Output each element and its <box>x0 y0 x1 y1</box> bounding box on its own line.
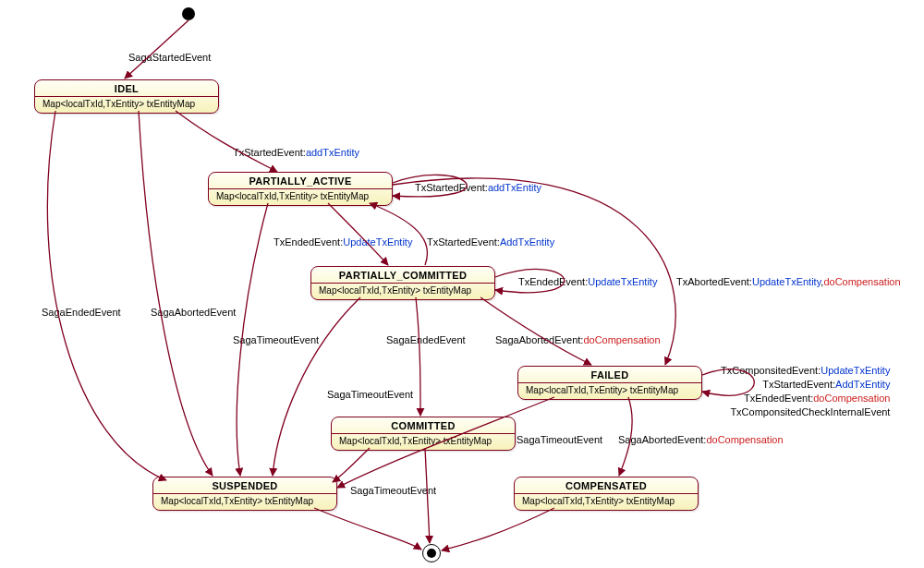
state-title: PARTIALLY_COMMITTED <box>311 267 494 283</box>
state-partially-active: PARTIALLY_ACTIVE Map<localTxId,TxEntity>… <box>208 172 393 206</box>
label-sagaended-left: SagaEndedEvent <box>42 306 121 320</box>
label-saga-started: SagaStartedEvent <box>128 51 211 65</box>
state-title: COMPENSATED <box>515 477 698 493</box>
label-txended-update-self: TxEndedEvent:UpdateTxEntity <box>518 275 657 289</box>
label-txstarted-addcap: TxStartedEvent:AddTxEntity <box>427 236 554 249</box>
state-body: Map<localTxId,TxEntity> txEntityMap <box>518 383 701 399</box>
initial-state <box>182 7 195 20</box>
state-body: Map<localTxId,TxEntity> txEntityMap <box>153 494 336 510</box>
label-txended-update: TxEndedEvent:UpdateTxEntity <box>274 236 412 249</box>
label-txaborted: TxAbortedEvent:UpdateTxEntity,doCompensa… <box>676 275 901 289</box>
state-title: SUSPENDED <box>153 477 336 493</box>
state-body: Map<localTxId,TxEntity> txEntityMap <box>515 494 698 510</box>
state-body: Map<localTxId,TxEntity> txEntityMap <box>311 284 494 299</box>
final-state-inner <box>427 549 436 558</box>
label-txstarted-add-self: TxStartedEvent:addTxEntity <box>415 181 541 195</box>
state-body: Map<localTxId,TxEntity> txEntityMap <box>35 97 218 113</box>
state-committed: COMMITTED Map<localTxId,TxEntity> txEnti… <box>331 417 516 451</box>
label-sagatimeout-1: SagaTimeoutEvent <box>233 333 319 347</box>
state-suspended: SUSPENDED Map<localTxId,TxEntity> txEnti… <box>152 477 337 511</box>
label-sagaaborted-do-2: SagaAbortedEvent:doCompensation <box>618 433 784 447</box>
label-sagaaborted-do: SagaAbortedEvent:doCompensation <box>495 333 661 347</box>
label-sagaaborted-left: SagaAbortedEvent <box>151 306 236 320</box>
state-title: COMMITTED <box>332 417 515 433</box>
label-txstarted-add: TxStartedEvent:addTxEntity <box>233 146 359 160</box>
state-body: Map<localTxId,TxEntity> txEntityMap <box>209 189 392 205</box>
state-title: FAILED <box>518 367 701 382</box>
label-sagaended-2: SagaEndedEvent <box>386 333 466 347</box>
label-sagatimeout-3: SagaTimeoutEvent <box>517 433 602 447</box>
label-sagatimeout-2: SagaTimeoutEvent <box>327 388 413 402</box>
state-failed: FAILED Map<localTxId,TxEntity> txEntityM… <box>517 366 702 400</box>
label-failed-selfloop: TxComponsitedEvent:UpdateTxEntity TxStar… <box>721 364 890 418</box>
state-title: PARTIALLY_ACTIVE <box>209 173 392 188</box>
state-idel: IDEL Map<localTxId,TxEntity> txEntityMap <box>34 79 219 114</box>
state-partially-committed: PARTIALLY_COMMITTED Map<localTxId,TxEnti… <box>310 266 495 300</box>
state-title: IDEL <box>35 80 218 96</box>
state-body: Map<localTxId,TxEntity> txEntityMap <box>332 434 515 450</box>
label-sagatimeout-4: SagaTimeoutEvent <box>350 484 436 498</box>
final-state <box>422 544 441 562</box>
state-compensated: COMPENSATED Map<localTxId,TxEntity> txEn… <box>514 477 699 511</box>
